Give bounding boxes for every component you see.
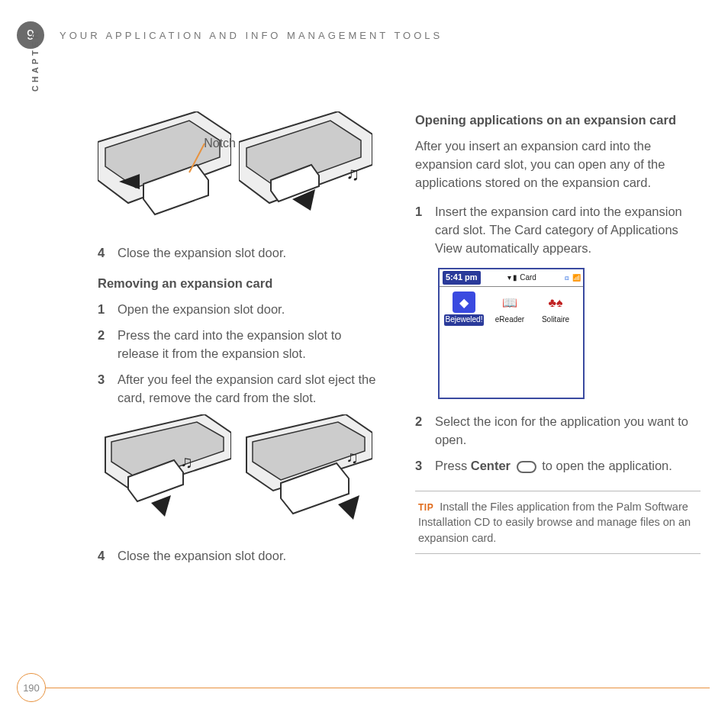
header-title: YOUR APPLICATION AND INFO MANAGEMENT TOO…	[60, 30, 443, 41]
screenshot-category: ▾ ▮ Card	[507, 272, 536, 284]
page-number: 190	[17, 673, 46, 702]
step-number: 4	[98, 244, 108, 263]
heading-removing-card: Removing an expansion card	[98, 275, 383, 293]
left-column: Notch ♫ 4 C	[98, 111, 383, 573]
illustration-row-insert: Notch ♫	[98, 111, 383, 234]
tip-text: Install the Files application from the P…	[418, 501, 691, 544]
app-icon-ereader: 📖eReader	[488, 292, 531, 326]
svg-marker-13	[151, 495, 171, 517]
step-number: 1	[98, 301, 108, 319]
step-open-3: 3 Press Center to open the application.	[415, 457, 701, 475]
app-icon-bejeweled: ◆Bejeweled!	[443, 292, 485, 326]
chapter-side-label: CHAPTER	[31, 30, 40, 92]
signal-icon: 📶	[572, 274, 580, 282]
illustration-push-card: ♫	[98, 414, 231, 536]
right-column: Opening applications on an expansion car…	[415, 111, 701, 573]
step-open-1: 1 Insert the expansion card into the exp…	[415, 203, 701, 258]
bluetooth-icon: ⧈	[563, 274, 571, 282]
step-text: Insert the expansion card into the expan…	[435, 203, 701, 258]
step-open-2: 2 Select the icon for the application yo…	[415, 413, 701, 449]
tip-box: TIP Install the Files application from t…	[415, 491, 701, 554]
step-text: Press Center to open the application.	[435, 457, 701, 475]
svg-text:♫: ♫	[346, 163, 359, 184]
illustration-eject-card: ♫	[239, 414, 372, 536]
svg-text:♫: ♫	[180, 453, 193, 472]
screenshot-statusbar: 5:41 pm ▾ ▮ Card ⧈ 📶	[440, 269, 583, 287]
step-remove-3: 3 After you feel the expansion card slot…	[98, 371, 383, 407]
center-button-icon	[517, 461, 536, 473]
step-number: 2	[415, 413, 426, 449]
illustration-insert-card: Notch	[98, 111, 231, 234]
step-remove-1: 1 Open the expansion slot door.	[98, 301, 383, 319]
svg-text:♫: ♫	[346, 448, 359, 467]
opening-intro: After you insert an expansion card into …	[415, 137, 701, 192]
step-text: Press the card into the expansion slot t…	[118, 327, 383, 363]
device-card-insert-icon	[98, 111, 231, 234]
step-number: 3	[415, 457, 426, 475]
step-number: 3	[98, 371, 108, 407]
tip-label: TIP	[418, 502, 433, 513]
step-text: Close the expansion slot door.	[118, 547, 383, 565]
notch-callout-label: Notch	[204, 134, 236, 152]
step-4b: 4 Close the expansion slot door.	[98, 547, 383, 565]
illustration-row-remove: ♫ ♫	[98, 414, 383, 536]
device-card-inserted-icon: ♫	[239, 111, 372, 234]
step-text: Select the icon for the application you …	[435, 413, 701, 449]
step-number: 4	[98, 547, 108, 565]
device-eject-card-icon: ♫	[239, 414, 372, 536]
illustration-card-inserted: ♫	[239, 111, 372, 234]
step-number: 2	[98, 327, 108, 363]
device-screenshot: 5:41 pm ▾ ▮ Card ⧈ 📶 ◆Bejeweled!📖eReader…	[438, 268, 585, 399]
step-text: Close the expansion slot door.	[118, 244, 383, 263]
screenshot-app-grid: ◆Bejeweled!📖eReader♣♠Solitaire	[440, 287, 583, 398]
svg-marker-18	[338, 495, 359, 520]
step-remove-2: 2 Press the card into the expansion slot…	[98, 327, 383, 363]
step-number: 1	[415, 203, 426, 258]
app-icon-solitaire: ♣♠Solitaire	[534, 292, 577, 326]
step-text: After you feel the expansion card slot e…	[118, 371, 383, 407]
footer-rule	[44, 688, 710, 688]
step-4a: 4 Close the expansion slot door.	[98, 244, 383, 263]
screenshot-status-icons: ⧈ 📶	[563, 274, 580, 282]
screenshot-time: 5:41 pm	[443, 271, 481, 285]
heading-opening-apps: Opening applications on an expansion car…	[415, 111, 701, 130]
step-text: Open the expansion slot door.	[118, 301, 383, 319]
page-header: 9 YOUR APPLICATION AND INFO MANAGEMENT T…	[17, 21, 443, 49]
content-area: Notch ♫ 4 C	[98, 111, 701, 573]
device-push-card-icon: ♫	[98, 414, 231, 536]
